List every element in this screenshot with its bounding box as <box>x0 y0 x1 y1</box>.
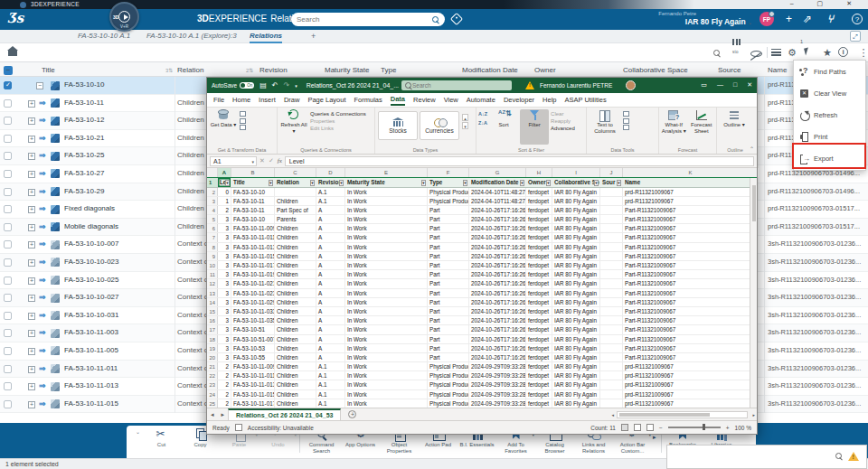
excel-data-row[interactable]: 7 3 FA-53-10-11-011 Children A In Work P… <box>207 233 757 242</box>
expander-icon[interactable]: + <box>28 136 35 143</box>
advanced-filter-button[interactable]: Advanced <box>551 126 575 131</box>
tag-icon[interactable] <box>450 13 463 25</box>
insert-function-icon[interactable]: fx <box>278 157 282 164</box>
col-cspace[interactable]: Collaborative Space <box>623 66 688 74</box>
action-bar-item[interactable]: Cut ▾ <box>142 428 181 448</box>
excel-data-row[interactable]: 13 3 FA-53-10-11-023 Children A In Work … <box>207 289 757 298</box>
notification-box[interactable] <box>666 445 867 469</box>
document-title[interactable]: Relations_Oct 26 2024 21_04_... ⌄ <box>307 82 406 89</box>
excel-avatar[interactable] <box>626 80 636 90</box>
excel-data-row[interactable]: 14 3 FA-53-10-11-029 Children A In Work … <box>207 298 757 307</box>
excel-menu-tab[interactable]: Page Layout <box>307 96 345 104</box>
expander-icon[interactable]: − <box>36 82 43 89</box>
formula-input[interactable]: Level <box>285 156 754 166</box>
collaboration-icon[interactable]: ⑂ <box>827 14 834 24</box>
excel-data-row[interactable]: 5 3 FA-53-10-10 Parents A In Work Part 2… <box>207 215 757 224</box>
menu-item-find-paths[interactable]: Find Paths <box>794 61 865 82</box>
expander-icon[interactable]: + <box>28 189 35 196</box>
row-checkbox[interactable] <box>4 223 12 231</box>
filter-button[interactable]: Filter <box>520 109 549 145</box>
row-checkbox[interactable] <box>4 170 12 178</box>
collapse-ribbon-icon[interactable]: ⌃ <box>750 145 754 152</box>
col-revision[interactable]: Revision <box>259 66 288 74</box>
sort-button[interactable]: AZSort <box>489 109 518 145</box>
autosave-toggle[interactable] <box>240 82 254 89</box>
enter-icon[interactable]: ✓ <box>269 157 274 164</box>
maximize-icon[interactable]: □ <box>733 81 737 89</box>
expander-icon[interactable]: + <box>28 171 35 178</box>
save-icon[interactable]: ▤ <box>259 81 267 89</box>
sort-az-buttons[interactable]: A↓ZZ↓A <box>478 109 487 145</box>
expander-icon[interactable]: + <box>28 153 35 160</box>
excel-data-row[interactable]: 22 2 FA-53-10-11-011 Children A.1 In Wor… <box>207 371 757 380</box>
expander-icon[interactable]: + <box>28 224 35 231</box>
quick-access-caret[interactable]: ▾ <box>295 83 297 89</box>
info-icon[interactable]: i <box>838 47 848 57</box>
excel-menu-tab[interactable]: Help <box>542 96 556 104</box>
ribbon-display-icon[interactable]: ▭ <box>701 81 707 89</box>
tab-relations[interactable]: Relations <box>250 32 282 43</box>
excel-data-row[interactable]: 23 2 FA-53-10-11-013 Children A.1 In Wor… <box>207 380 757 389</box>
row-checkbox[interactable] <box>4 365 12 373</box>
row-checkbox[interactable] <box>4 294 12 302</box>
excel-data-row[interactable]: 3 1 FA-53-10-11 Children A.1 In Work Phy… <box>207 197 757 206</box>
excel-data-row[interactable]: 20 3 FA-53-10-55 Children A In Work Part… <box>207 353 757 362</box>
col-type[interactable]: Type <box>381 66 396 74</box>
expander-icon[interactable]: + <box>28 348 35 355</box>
col-relation[interactable]: Relation <box>177 66 203 74</box>
hscroll-right-icon[interactable]: ▸ <box>752 412 755 417</box>
window-controls[interactable]: – ▢ ✕ <box>790 0 863 7</box>
excel-data-row[interactable]: 25 2 FA-53-10-11-017 Children A.1 In Wor… <box>207 399 757 408</box>
get-data-button[interactable]: Get Data ▾ <box>209 109 238 145</box>
tab-fa-53-10-10[interactable]: FA-53-10-10 A.1 <box>78 32 130 40</box>
zoom-out-button[interactable]: − <box>659 425 663 431</box>
zoom-slider[interactable] <box>668 427 721 428</box>
menu-item-clear-view[interactable]: Clear View <box>794 82 865 104</box>
excel-data-row[interactable]: 19 3 FA-53-10-53 Children A In Work Part… <box>207 344 757 353</box>
settings-gear-icon[interactable]: ⚙ <box>786 47 798 59</box>
stocks-button[interactable]: Stocks <box>378 111 418 140</box>
excel-menu-tab[interactable]: ASAP Utilities <box>565 96 607 104</box>
share-icon[interactable]: ⇗ <box>803 14 812 24</box>
row-checkbox[interactable] <box>4 258 12 267</box>
sheet-nav-right-icon[interactable]: ▸ <box>218 411 229 418</box>
collapse-actionbar-icon[interactable]: ⌄ <box>136 428 140 435</box>
row-checkbox[interactable] <box>4 347 12 355</box>
data-tools-small-buttons[interactable] <box>623 109 629 145</box>
active-sheet-tab[interactable]: Relations_Oct 26 2024 21_04_53 <box>228 408 341 420</box>
excel-data-row[interactable]: 11 3 FA-53-10-11-019 Children A In Work … <box>207 270 757 279</box>
normal-view-icon[interactable] <box>621 424 628 431</box>
row-checkbox[interactable] <box>4 99 12 108</box>
expander-icon[interactable]: + <box>28 259 35 267</box>
text-to-columns-button[interactable]: Text to Columns <box>589 109 621 145</box>
page-layout-view-icon[interactable] <box>634 424 641 431</box>
excel-menu-tab[interactable]: Formulas <box>354 96 382 104</box>
excel-data-row[interactable]: 9 3 FA-53-10-11-015 Children A In Work P… <box>207 252 757 261</box>
row-checkbox[interactable] <box>4 329 12 337</box>
excel-menu-tab[interactable]: Review <box>413 96 436 104</box>
col-owner[interactable]: Owner <box>534 66 556 74</box>
expander-icon[interactable]: + <box>28 383 35 390</box>
outline-button[interactable]: Outline ▾ <box>719 109 750 145</box>
expander-icon[interactable]: + <box>28 241 35 249</box>
row-checkbox[interactable] <box>4 117 12 125</box>
expand-more-icon[interactable]: ▸ <box>653 434 656 441</box>
excel-data-row[interactable]: 15 3 FA-53-10-11-033 Children A In Work … <box>207 307 757 316</box>
global-search[interactable] <box>291 13 445 26</box>
tab-fa-53-10-10-explore[interactable]: FA-53-10-10 A.1 (Explore):3 <box>146 32 237 40</box>
select-all-checkbox[interactable]: − <box>4 66 13 75</box>
macro-record-icon[interactable] <box>235 424 242 431</box>
expander-icon[interactable]: + <box>28 295 35 302</box>
global-search-input[interactable] <box>297 15 432 23</box>
excel-data-row[interactable]: 16 3 FA-53-10-11-035 Children A In Work … <box>207 316 757 325</box>
hscroll-left-icon[interactable]: ◂ <box>611 412 614 417</box>
excel-search[interactable] <box>401 80 512 90</box>
gallery-scroll[interactable]: ▴▾ <box>461 111 469 143</box>
workspace-selector[interactable]: IAR 80 Fly Again ⌄ <box>685 17 752 26</box>
row-checkbox[interactable] <box>4 240 12 249</box>
new-tab-button[interactable]: + <box>311 32 316 41</box>
row-checkbox[interactable] <box>4 135 12 143</box>
expander-icon[interactable]: + <box>28 401 35 408</box>
excel-menu-tab[interactable]: Draw <box>284 96 300 104</box>
row-checkbox[interactable] <box>4 188 12 196</box>
